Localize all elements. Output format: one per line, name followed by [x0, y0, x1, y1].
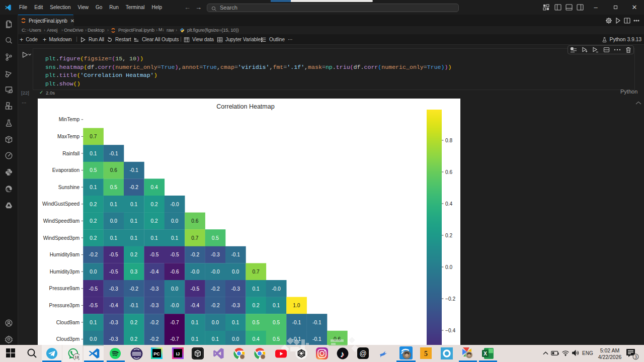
svg-text:-0.5: -0.5 [89, 286, 98, 292]
svg-text:-0.3: -0.3 [150, 303, 159, 308]
svg-text:-0.7: -0.7 [170, 336, 179, 342]
svg-text:-0.1: -0.1 [129, 167, 138, 173]
svg-text:WindSpeed3pm: WindSpeed3pm [43, 235, 80, 241]
svg-text:-0.0: -0.0 [211, 269, 220, 275]
svg-text:0.1: 0.1 [212, 336, 219, 342]
svg-text:0.1: 0.1 [171, 235, 178, 241]
svg-text:0.5: 0.5 [273, 336, 280, 342]
svg-text:0.2: 0.2 [130, 320, 137, 325]
svg-text:0.4: 0.4 [253, 336, 260, 342]
svg-text:MinTemp: MinTemp [59, 117, 80, 122]
svg-text:0.7: 0.7 [90, 134, 97, 139]
svg-text:-0.1: -0.1 [292, 320, 301, 325]
svg-text:0.1: 0.1 [191, 336, 198, 342]
svg-text:3: 3 [634, 354, 637, 359]
svg-text:-0.0: -0.0 [170, 202, 179, 207]
svg-text:0.5: 0.5 [253, 320, 260, 325]
svg-text:0.0: 0.0 [90, 336, 97, 342]
svg-text:0.1: 0.1 [90, 185, 97, 190]
svg-text:-0.2: -0.2 [191, 252, 200, 257]
svg-text:-0.2: -0.2 [129, 286, 138, 292]
svg-text:0.7: 0.7 [253, 269, 260, 275]
svg-text:-0.3: -0.3 [231, 286, 240, 292]
svg-text:0.1: 0.1 [130, 218, 137, 224]
svg-text:-0.5: -0.5 [109, 252, 118, 257]
svg-text:Humidity3pm: Humidity3pm [50, 269, 79, 275]
svg-text:-0.3: -0.3 [109, 320, 118, 325]
svg-text:-0.2: -0.2 [129, 185, 138, 190]
svg-text:-0.5: -0.5 [150, 252, 159, 257]
svg-text:0.2: 0.2 [130, 252, 137, 257]
svg-text:-0.2: -0.2 [150, 336, 159, 342]
svg-text:0.1: 0.1 [191, 320, 198, 325]
svg-text:0.1: 0.1 [90, 151, 97, 156]
svg-text:0.6: 0.6 [110, 167, 117, 173]
svg-text:0.2: 0.2 [130, 336, 137, 342]
svg-text:-0.0: -0.0 [272, 286, 281, 292]
svg-text:0.0: 0.0 [171, 218, 178, 224]
svg-text:0.5: 0.5 [110, 185, 117, 190]
svg-text:-0.0: -0.0 [170, 303, 179, 308]
svg-text:0.8: 0.8 [445, 138, 452, 143]
svg-text:-0.4: -0.4 [191, 303, 200, 308]
svg-text:-0.3: -0.3 [211, 252, 220, 257]
svg-text:5: 5 [424, 350, 428, 357]
svg-text:Rainfall: Rainfall [62, 151, 79, 156]
svg-text:0.7: 0.7 [191, 235, 198, 241]
svg-text:WindGustSpeed: WindGustSpeed [42, 201, 80, 207]
svg-text:-0.6: -0.6 [170, 269, 179, 275]
svg-text:0.1: 0.1 [253, 286, 260, 292]
svg-text:Evaporation: Evaporation [52, 167, 79, 173]
svg-text:-0.5: -0.5 [170, 252, 179, 257]
svg-text:-0.1: -0.1 [312, 336, 321, 342]
svg-text:Cloud9am: Cloud9am [56, 320, 79, 325]
svg-text:0.1: 0.1 [130, 235, 137, 241]
svg-text:0.5: 0.5 [273, 320, 280, 325]
svg-text:0.1: 0.1 [110, 235, 117, 241]
svg-text:-0.1: -0.1 [129, 303, 138, 308]
svg-text:-0.3: -0.3 [150, 286, 159, 292]
svg-text:0.1: 0.1 [273, 303, 280, 308]
svg-text:0.0: 0.0 [90, 269, 97, 275]
svg-text:0.3: 0.3 [130, 269, 137, 275]
svg-text:-0.1: -0.1 [231, 252, 240, 257]
svg-text:X: X [484, 350, 487, 356]
svg-text:0.0: 0.0 [212, 320, 219, 325]
svg-text:0.2: 0.2 [90, 202, 97, 207]
svg-text:@: @ [359, 349, 366, 357]
svg-text:−0.2: −0.2 [445, 296, 455, 302]
svg-text:-0.2: -0.2 [150, 320, 159, 325]
svg-text:-0.5: -0.5 [89, 303, 98, 308]
svg-text:0.2: 0.2 [90, 235, 97, 241]
svg-text:MaxTemp: MaxTemp [57, 134, 79, 139]
svg-text:-0.3: -0.3 [109, 286, 118, 292]
svg-text:-0.5: -0.5 [109, 269, 118, 275]
svg-text:-0.1: -0.1 [312, 320, 321, 325]
svg-text:0.2: 0.2 [151, 218, 158, 224]
svg-text:-0.7: -0.7 [170, 320, 179, 325]
svg-text:0.1: 0.1 [232, 320, 239, 325]
svg-text:0.1: 0.1 [90, 320, 97, 325]
svg-text:Correlation Heatmap: Correlation Heatmap [216, 103, 274, 110]
svg-text:0.1: 0.1 [151, 235, 158, 241]
svg-text:Humidity9am: Humidity9am [50, 252, 79, 257]
svg-text:Sunshine: Sunshine [58, 185, 80, 190]
svg-text:0.0: 0.0 [171, 286, 178, 292]
svg-text:0.6: 0.6 [191, 218, 198, 224]
svg-text:0.1: 0.1 [130, 202, 137, 207]
svg-text:WindSpeed9am: WindSpeed9am [43, 218, 80, 224]
svg-text:18: 18 [74, 355, 79, 359]
svg-text:0.2: 0.2 [90, 218, 97, 224]
svg-text:0.4: 0.4 [151, 185, 158, 190]
svg-text:0.5: 0.5 [90, 167, 97, 173]
svg-text:0.4: 0.4 [445, 201, 452, 207]
svg-text:-0.2: -0.2 [211, 303, 220, 308]
svg-text:-0.4: -0.4 [150, 269, 159, 275]
svg-text:0.2: 0.2 [445, 233, 452, 238]
svg-text:1.0: 1.0 [293, 303, 300, 308]
svg-text:-0.3: -0.3 [109, 336, 118, 342]
svg-text:0.0: 0.0 [445, 264, 452, 270]
svg-text:0.2: 0.2 [151, 202, 158, 207]
svg-text:-0.4: -0.4 [109, 303, 118, 308]
svg-text:PC: PC [153, 351, 160, 356]
